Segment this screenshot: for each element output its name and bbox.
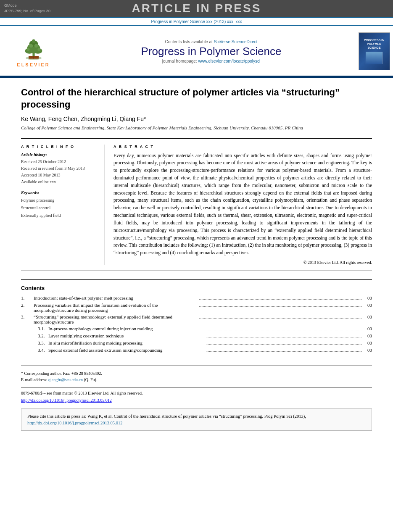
journal-id: JPPS-799; xyxy=(4,9,22,13)
cover-text-line1: PROGRESS INPOLYMERSCIENCE xyxy=(364,38,385,50)
top-bar: GModel JPPS-799; No. of Pages 30 ARTICLE… xyxy=(0,0,393,17)
svg-point-6 xyxy=(26,48,29,51)
svg-point-7 xyxy=(37,48,40,51)
email-note: E-mail address: qiangfu@scu.edu.cn (Q. F… xyxy=(21,377,372,383)
contents-available: Contents lists available at SciVerse Sci… xyxy=(165,40,257,44)
article-info-column: A R T I C L E I N F O Article history: R… xyxy=(21,145,105,265)
toc-item-3: 3. “Structuring” processing methodology:… xyxy=(21,314,372,324)
divider-1 xyxy=(21,138,372,139)
journal-title: Progress in Polymer Science xyxy=(141,45,282,58)
elsevier-logo-area: ELSEVIER xyxy=(0,30,67,72)
toc-item-3-4: 3.4. Special external field assisted ext… xyxy=(38,348,372,353)
article-authors: Ke Wang, Feng Chen, Zhongming Li, Qiang … xyxy=(21,116,372,122)
article-title: Control of the hierarchical structure of… xyxy=(21,87,372,111)
svg-point-8 xyxy=(29,44,33,47)
toc-num-1: 1. xyxy=(21,295,34,300)
journal-header: ELSEVIER Contents lists available at Sci… xyxy=(0,27,393,77)
article-content: Control of the hierarchical structure of… xyxy=(0,78,393,439)
toc-text-3-4: Special external field assisted extrusio… xyxy=(48,348,204,353)
toc-item-3-1: 3.1. In-process morphology control durin… xyxy=(38,326,372,332)
copyright: © 2013 Elsevier Ltd. All rights reserved… xyxy=(113,260,372,265)
journal-cover-area: PROGRESS INPOLYMERSCIENCE xyxy=(355,30,393,72)
journal-homepage: journal homepage: www.elsevier.com/locat… xyxy=(162,59,260,63)
toc-dots-3-1 xyxy=(206,330,362,330)
toc-dots-3-3 xyxy=(206,344,362,345)
sciverse-link[interactable]: SciVerse ScienceDirect xyxy=(214,40,258,44)
received-date: Received 25 October 2012 xyxy=(21,158,98,165)
pages-info: No. of Pages 30 xyxy=(24,9,51,13)
keyword-1: Polymer processing xyxy=(21,197,98,204)
author-email-link[interactable]: qiangfu@scu.edu.cn xyxy=(48,377,83,382)
article-info-label: A R T I C L E I N F O xyxy=(21,145,98,149)
homepage-link[interactable]: www.elsevier.com/locate/ppolysci xyxy=(198,59,260,63)
toc-text-2: Processing variables that impact the for… xyxy=(34,303,197,313)
abstract-label: A B S T R A C T xyxy=(113,145,372,149)
toc-num-3-3: 3.3. xyxy=(38,340,48,345)
abstract-column: A B S T R A C T Every day, numerous poly… xyxy=(113,145,372,265)
article-affiliation: College of Polymer Science and Engineeri… xyxy=(21,125,372,131)
divider-2 xyxy=(21,271,372,271)
toc-page-1: 00 xyxy=(364,295,372,300)
cover-graphic xyxy=(366,52,382,64)
toc-text-1: Introduction; state-of-the-art polymer m… xyxy=(34,295,197,300)
blue-divider-2 xyxy=(0,25,393,26)
toc-dots-3-2 xyxy=(206,337,362,337)
available-date: Available online xxx xyxy=(21,179,98,185)
elsevier-logo: ELSEVIER xyxy=(17,36,50,67)
contents-section: Contents 1. Introduction; state-of-the-a… xyxy=(21,279,372,353)
toc-text-3-2: Layer multiplying coextrusion technique xyxy=(48,333,204,338)
toc-page-3-2: 00 xyxy=(364,333,372,338)
toc-dots-1 xyxy=(199,299,362,300)
toc-num-3-1: 3.1. xyxy=(38,326,48,331)
revised-date: Received in revised form 3 May 2013 xyxy=(21,165,98,172)
toc-page-3: 00 xyxy=(364,314,372,319)
toc-page-2: 00 xyxy=(364,303,372,308)
footer-doi: http://dx.doi.org/10.1016/j.progpolymsci… xyxy=(21,398,372,403)
issn-text: 0079-6700/$ – see front matter © 2013 El… xyxy=(21,390,372,396)
toc-text-3-1: In-process morphology control during inj… xyxy=(48,326,204,331)
contents-title: Contents xyxy=(21,285,372,291)
toc-page-3-1: 00 xyxy=(364,326,372,331)
journal-tagline: Progress in Polymer Science xxx (2013) x… xyxy=(0,18,393,25)
toc-page-3-3: 00 xyxy=(364,340,372,345)
history-label: Article history: xyxy=(21,152,98,157)
toc-dots-3 xyxy=(199,318,362,319)
toc-item-1: 1. Introduction; state-of-the-art polyme… xyxy=(21,295,372,301)
toc-num-3-4: 3.4. xyxy=(38,348,48,353)
corresponding-author-note: * Corresponding author. Fax: +86 28 8540… xyxy=(21,370,372,377)
footer-section: * Corresponding author. Fax: +86 28 8540… xyxy=(21,366,372,403)
toc-page-3-4: 00 xyxy=(364,348,372,353)
citation-box: Please cite this article in press as: Wa… xyxy=(21,408,372,431)
gmodel-info: GModel JPPS-799; No. of Pages 30 xyxy=(4,3,50,13)
toc-text-3-3: In situ microfibrillation during molding… xyxy=(48,340,204,345)
abstract-text: Every day, numerous polymer materials ar… xyxy=(113,152,372,257)
gmodel-label: GModel xyxy=(4,3,18,8)
issn-section: 0079-6700/$ – see front matter © 2013 El… xyxy=(21,387,372,403)
svg-point-9 xyxy=(34,44,38,47)
accepted-date: Accepted 10 May 2013 xyxy=(21,172,98,179)
toc-item-2: 2. Processing variables that impact the … xyxy=(21,303,372,313)
citation-text: Please cite this article in press as: Wa… xyxy=(27,414,306,419)
toc-num-3-2: 3.2. xyxy=(38,333,48,338)
toc-item-3-3: 3.3. In situ microfibrillation during mo… xyxy=(38,340,372,346)
elsevier-brand-text: ELSEVIER xyxy=(17,62,50,67)
toc-num-2: 2. xyxy=(21,303,34,308)
keyword-2: Structural control xyxy=(21,204,98,212)
toc-text-3: “Structuring” processing methodology: ex… xyxy=(34,314,197,324)
elsevier-tree-icon xyxy=(17,36,50,61)
journal-center: Contents lists available at SciVerse Sci… xyxy=(67,30,355,72)
toc-dots-2 xyxy=(199,306,362,307)
svg-point-10 xyxy=(32,39,35,43)
keywords-label: Keywords: xyxy=(21,190,98,195)
journal-cover-image: PROGRESS INPOLYMERSCIENCE xyxy=(359,32,390,70)
article-in-press-title: ARTICLE IN PRESS xyxy=(132,2,261,15)
toc-item-3-2: 3.2. Layer multiplying coextrusion techn… xyxy=(38,333,372,339)
keyword-3: Externally applied field xyxy=(21,212,98,219)
footer-doi-link[interactable]: http://dx.doi.org/10.1016/j.progpolymsci… xyxy=(21,398,112,403)
toc-dots-3-4 xyxy=(206,351,362,352)
citation-doi-link[interactable]: http://dx.doi.org/10.1016/j.progpolymsci… xyxy=(27,421,122,425)
article-info-abstract: A R T I C L E I N F O Article history: R… xyxy=(21,145,372,265)
toc-num-3: 3. xyxy=(21,314,34,319)
